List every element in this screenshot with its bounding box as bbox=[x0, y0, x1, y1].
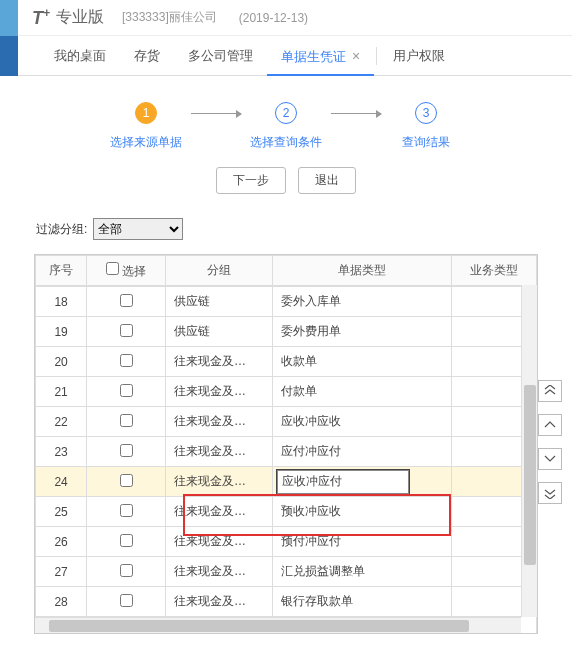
table-row[interactable]: 19供应链委外费用单 bbox=[36, 317, 537, 347]
cell-seq: 21 bbox=[36, 377, 87, 407]
table-row[interactable]: 27往来现金及…汇兑损益调整单 bbox=[36, 557, 537, 587]
tab-voucher[interactable]: 单据生凭证 bbox=[267, 36, 374, 76]
nav-up-button[interactable] bbox=[538, 414, 562, 436]
table-row[interactable]: 21往来现金及…付款单 bbox=[36, 377, 537, 407]
step-2-circle: 2 bbox=[275, 102, 297, 124]
company-label: [333333]丽佳公司 bbox=[122, 9, 217, 26]
date-label: (2019-12-13) bbox=[239, 11, 308, 25]
app-logo: T+ bbox=[32, 6, 50, 29]
cell-doctype: 预付冲应付 bbox=[272, 527, 451, 557]
chevron-up-icon bbox=[544, 420, 556, 430]
cell-select bbox=[87, 287, 166, 317]
row-checkbox[interactable] bbox=[120, 564, 133, 577]
cell-select bbox=[87, 437, 166, 467]
cell-seq: 22 bbox=[36, 407, 87, 437]
row-checkbox[interactable] bbox=[120, 444, 133, 457]
table-row[interactable]: 28往来现金及…银行存取款单 bbox=[36, 587, 537, 617]
cell-doctype: 银行存取款单 bbox=[272, 587, 451, 617]
row-checkbox[interactable] bbox=[120, 504, 133, 517]
cell-select bbox=[87, 407, 166, 437]
chevron-bottom-icon bbox=[544, 487, 556, 499]
vertical-scrollbar[interactable] bbox=[521, 285, 537, 617]
cell-group: 往来现金及… bbox=[166, 467, 273, 497]
cell-select bbox=[87, 347, 166, 377]
step-3-label: 查询结果 bbox=[402, 134, 450, 151]
table-row[interactable]: 18供应链委外入库单 bbox=[36, 287, 537, 317]
cell-select bbox=[87, 467, 166, 497]
main-tabs: 我的桌面 存货 多公司管理 单据生凭证 用户权限 bbox=[0, 36, 572, 76]
cell-doctype: 付款单 bbox=[272, 377, 451, 407]
step-1-label: 选择来源单据 bbox=[110, 134, 182, 151]
doctype-editor[interactable]: 应收冲应付 bbox=[277, 470, 409, 494]
cell-seq: 27 bbox=[36, 557, 87, 587]
step-2-label: 选择查询条件 bbox=[250, 134, 322, 151]
cell-select bbox=[87, 587, 166, 617]
nav-down-button[interactable] bbox=[538, 448, 562, 470]
table-row[interactable]: 20往来现金及…收款单 bbox=[36, 347, 537, 377]
cell-seq: 28 bbox=[36, 587, 87, 617]
cell-doctype: 委外费用单 bbox=[272, 317, 451, 347]
row-checkbox[interactable] bbox=[120, 354, 133, 367]
edition-label: 专业版 bbox=[56, 7, 104, 28]
table-row[interactable]: 26往来现金及…预付冲应付 bbox=[36, 527, 537, 557]
cell-select bbox=[87, 377, 166, 407]
tab-divider bbox=[376, 47, 377, 65]
scroll-thumb[interactable] bbox=[524, 385, 536, 565]
cell-select bbox=[87, 317, 166, 347]
row-checkbox[interactable] bbox=[120, 294, 133, 307]
exit-button[interactable]: 退出 bbox=[298, 167, 356, 194]
step-buttons: 下一步 退出 bbox=[0, 161, 572, 208]
next-button[interactable]: 下一步 bbox=[216, 167, 286, 194]
row-checkbox[interactable] bbox=[120, 594, 133, 607]
cell-group: 往来现金及… bbox=[166, 557, 273, 587]
cell-select bbox=[87, 527, 166, 557]
step-1: 1 选择来源单据 bbox=[101, 102, 191, 151]
col-group: 分组 bbox=[166, 256, 273, 286]
row-nav-buttons bbox=[538, 380, 562, 504]
data-grid: 序号 选择 分组 单据类型 业务类型 18供应链委外入库单19供应链委外费用单2… bbox=[34, 254, 538, 634]
left-strip-light bbox=[0, 0, 18, 36]
col-doctype: 单据类型 bbox=[272, 256, 451, 286]
table-row[interactable]: 24往来现金及…应收冲应付 bbox=[36, 467, 537, 497]
row-checkbox[interactable] bbox=[120, 384, 133, 397]
cell-seq: 19 bbox=[36, 317, 87, 347]
cell-group: 往来现金及… bbox=[166, 497, 273, 527]
tab-inventory[interactable]: 存货 bbox=[120, 36, 174, 76]
nav-bottom-button[interactable] bbox=[538, 482, 562, 504]
cell-group: 往来现金及… bbox=[166, 437, 273, 467]
cell-doctype: 汇兑损益调整单 bbox=[272, 557, 451, 587]
nav-top-button[interactable] bbox=[538, 380, 562, 402]
row-checkbox[interactable] bbox=[120, 414, 133, 427]
wizard-steps: 1 选择来源单据 2 选择查询条件 3 查询结果 bbox=[0, 76, 572, 161]
cell-seq: 20 bbox=[36, 347, 87, 377]
table-row[interactable]: 25往来现金及…预收冲应收 bbox=[36, 497, 537, 527]
cell-seq: 18 bbox=[36, 287, 87, 317]
cell-group: 往来现金及… bbox=[166, 347, 273, 377]
cell-group: 往来现金及… bbox=[166, 377, 273, 407]
filter-select[interactable]: 全部 bbox=[93, 218, 183, 240]
tab-desktop[interactable]: 我的桌面 bbox=[40, 36, 120, 76]
cell-group: 往来现金及… bbox=[166, 587, 273, 617]
cell-group: 往来现金及… bbox=[166, 527, 273, 557]
row-checkbox[interactable] bbox=[120, 474, 133, 487]
select-all-checkbox[interactable] bbox=[106, 262, 119, 275]
table-row[interactable]: 22往来现金及…应收冲应收 bbox=[36, 407, 537, 437]
col-select: 选择 bbox=[87, 256, 166, 286]
cell-doctype: 应收冲应付 bbox=[272, 467, 451, 497]
arrow-icon bbox=[331, 113, 381, 114]
row-checkbox[interactable] bbox=[120, 534, 133, 547]
chevron-down-icon bbox=[544, 454, 556, 464]
table-row[interactable]: 23往来现金及…应付冲应付 bbox=[36, 437, 537, 467]
scroll-thumb[interactable] bbox=[49, 620, 469, 632]
horizontal-scrollbar[interactable] bbox=[35, 617, 521, 633]
step-3-circle: 3 bbox=[415, 102, 437, 124]
row-checkbox[interactable] bbox=[120, 324, 133, 337]
chevron-top-icon bbox=[544, 385, 556, 397]
cell-group: 往来现金及… bbox=[166, 407, 273, 437]
filter-label: 过滤分组: bbox=[36, 221, 87, 238]
cell-seq: 25 bbox=[36, 497, 87, 527]
tab-permissions[interactable]: 用户权限 bbox=[379, 36, 459, 76]
arrow-icon bbox=[191, 113, 241, 114]
tab-multicompany[interactable]: 多公司管理 bbox=[174, 36, 267, 76]
step-2: 2 选择查询条件 bbox=[241, 102, 331, 151]
